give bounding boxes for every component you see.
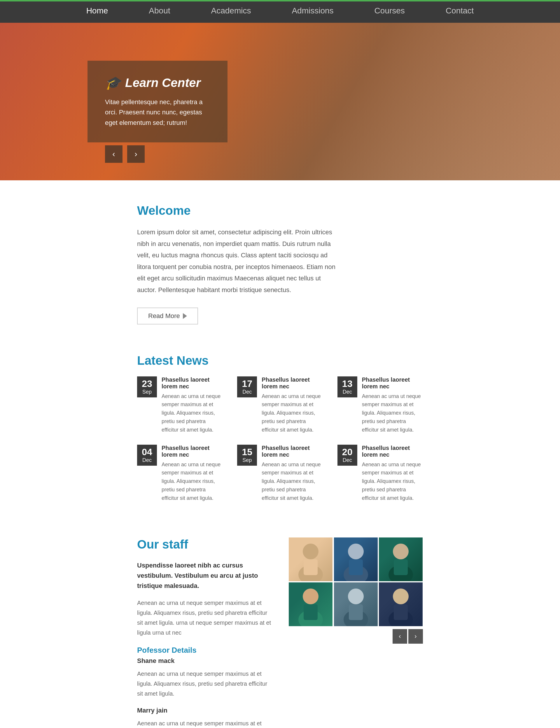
professor2-desc: Aenean ac urna ut neque semper maximus a… xyxy=(137,718,271,728)
news-body-5: Phasellus laoreet lorem nec Aenean ac ur… xyxy=(362,445,423,502)
news-date-1: 17 Dec xyxy=(237,376,257,397)
news-day-0: 23 xyxy=(140,379,154,389)
hero-prev-button[interactable]: ‹ xyxy=(105,145,123,163)
arrow-right-icon xyxy=(183,313,187,319)
nav-item-home[interactable]: Home xyxy=(66,0,129,25)
hero-section: 🎓 Learn Center Vitae pellentesque nec, p… xyxy=(0,23,560,180)
svg-point-12 xyxy=(348,589,364,604)
news-headline-5: Phasellus laoreet lorem nec xyxy=(362,445,423,458)
staff-photo-2 xyxy=(334,537,378,581)
staff-photo-3 xyxy=(379,537,423,581)
news-body-0: Phasellus laoreet lorem nec Aenean ac ur… xyxy=(162,376,223,434)
news-headline-3: Phasellus laoreet lorem nec xyxy=(162,445,223,458)
staff-photo-nav: ‹ › xyxy=(289,629,423,644)
news-date-0: 23 Sep xyxy=(137,376,157,397)
hero-next-button[interactable]: › xyxy=(127,145,145,163)
news-desc-3: Aenean ac urna ut neque semper maximus a… xyxy=(162,460,223,502)
news-headline-1: Phasellus laoreet lorem nec xyxy=(262,376,322,390)
svg-rect-14 xyxy=(349,604,363,620)
news-item-0: 23 Sep Phasellus laoreet lorem nec Aenea… xyxy=(137,376,223,434)
news-body-4: Phasellus laoreet lorem nec Aenean ac ur… xyxy=(262,445,322,502)
news-desc-0: Aenean ac urna ut neque semper maximus a… xyxy=(162,392,223,434)
nav-items: Home About Academics Admissions Courses … xyxy=(66,0,494,25)
staff-photo-next-button[interactable]: › xyxy=(408,629,423,644)
news-date-4: 15 Sep xyxy=(237,445,257,466)
staff-intro: Uspendisse laoreet nibh ac cursus vestib… xyxy=(137,560,271,591)
news-day-3: 04 xyxy=(140,447,154,457)
svg-rect-2 xyxy=(303,559,317,575)
hero-title: 🎓 Learn Center xyxy=(105,75,210,90)
welcome-body: Lorem ipsum dolor sit amet, consectetur … xyxy=(137,226,335,296)
hero-arrows: ‹ › xyxy=(105,145,145,163)
hero-overlay: 🎓 Learn Center Vitae pellentesque nec, p… xyxy=(88,61,228,142)
staff-left: Our staff Uspendisse laoreet nibh ac cur… xyxy=(137,537,271,728)
news-body-3: Phasellus laoreet lorem nec Aenean ac ur… xyxy=(162,445,223,502)
news-month-3: Dec xyxy=(140,457,154,463)
svg-rect-17 xyxy=(394,604,408,620)
news-body-2: Phasellus laoreet lorem nec Aenean ac ur… xyxy=(362,376,423,434)
nav-item-admissions[interactable]: Admissions xyxy=(271,0,354,25)
staff-photos-grid xyxy=(289,537,423,626)
news-title: Latest News xyxy=(137,354,423,368)
svg-point-9 xyxy=(303,589,318,604)
staff-photo-6 xyxy=(379,582,423,626)
professor2-name: Marry jain xyxy=(137,707,271,714)
nav-item-contact[interactable]: Contact xyxy=(425,0,494,25)
news-item-2: 13 Dec Phasellus laoreet lorem nec Aenea… xyxy=(337,376,423,434)
navigation: Home About Academics Admissions Courses … xyxy=(0,0,560,23)
svg-rect-11 xyxy=(303,604,317,620)
staff-section: Our staff Uspendisse laoreet nibh ac cur… xyxy=(137,526,423,728)
news-month-2: Dec xyxy=(340,389,354,395)
news-date-2: 13 Dec xyxy=(337,376,357,397)
news-grid: 23 Sep Phasellus laoreet lorem nec Aenea… xyxy=(137,376,423,502)
professor-title: Pofessor Details xyxy=(137,646,271,655)
news-date-5: 20 Dec xyxy=(337,445,357,466)
news-date-3: 04 Dec xyxy=(137,445,157,466)
staff-photo-4 xyxy=(289,582,332,626)
news-day-2: 13 xyxy=(340,379,354,389)
svg-rect-8 xyxy=(394,559,408,575)
hero-title-text: Learn Center xyxy=(125,76,201,90)
news-body-1: Phasellus laoreet lorem nec Aenean ac ur… xyxy=(262,376,322,434)
staff-photo-1 xyxy=(289,537,332,581)
graduation-cap-icon: 🎓 xyxy=(105,75,121,90)
staff-desc: Aenean ac urna ut neque semper maximus a… xyxy=(137,598,271,638)
professor1-name: Shane mack xyxy=(137,657,271,665)
welcome-section: Welcome Lorem ipsum dolor sit amet, cons… xyxy=(137,180,423,342)
news-day-4: 15 xyxy=(240,447,254,457)
news-item-5: 20 Dec Phasellus laoreet lorem nec Aenea… xyxy=(337,445,423,502)
staff-photo-5 xyxy=(334,582,378,626)
news-headline-4: Phasellus laoreet lorem nec xyxy=(262,445,322,458)
news-headline-0: Phasellus laoreet lorem nec xyxy=(162,376,223,390)
news-desc-2: Aenean ac urna ut neque semper maximus a… xyxy=(362,392,423,434)
hero-description: Vitae pellentesque nec, pharetra a orci.… xyxy=(105,97,210,128)
news-item-1: 17 Dec Phasellus laoreet lorem nec Aenea… xyxy=(237,376,322,434)
news-section: Latest News 23 Sep Phasellus laoreet lor… xyxy=(137,342,423,526)
news-month-1: Dec xyxy=(240,389,254,395)
news-day-1: 17 xyxy=(240,379,254,389)
svg-rect-5 xyxy=(349,559,363,575)
news-desc-4: Aenean ac urna ut neque semper maximus a… xyxy=(262,460,322,502)
news-month-5: Dec xyxy=(340,457,354,463)
news-day-5: 20 xyxy=(340,447,354,457)
svg-point-0 xyxy=(303,544,318,559)
news-headline-2: Phasellus laoreet lorem nec xyxy=(362,376,423,390)
main-content: Welcome Lorem ipsum dolor sit amet, cons… xyxy=(120,180,440,728)
news-item-3: 04 Dec Phasellus laoreet lorem nec Aenea… xyxy=(137,445,223,502)
nav-item-courses[interactable]: Courses xyxy=(354,0,425,25)
welcome-read-more-button[interactable]: Read More xyxy=(137,308,198,324)
professor1-desc: Aenean ac urna ut neque semper maximus a… xyxy=(137,669,271,699)
news-desc-5: Aenean ac urna ut neque semper maximus a… xyxy=(362,460,423,502)
svg-point-3 xyxy=(348,544,364,559)
news-item-4: 15 Sep Phasellus laoreet lorem nec Aenea… xyxy=(237,445,322,502)
nav-item-academics[interactable]: Academics xyxy=(191,0,272,25)
svg-point-6 xyxy=(393,544,409,559)
welcome-title: Welcome xyxy=(137,204,423,218)
nav-item-about[interactable]: About xyxy=(128,0,191,25)
news-month-4: Sep xyxy=(240,457,254,463)
staff-photo-prev-button[interactable]: ‹ xyxy=(392,629,407,644)
news-desc-1: Aenean ac urna ut neque semper maximus a… xyxy=(262,392,322,434)
staff-right: ‹ › xyxy=(289,537,423,644)
read-more-label: Read More xyxy=(148,312,180,320)
staff-title: Our staff xyxy=(137,537,271,551)
